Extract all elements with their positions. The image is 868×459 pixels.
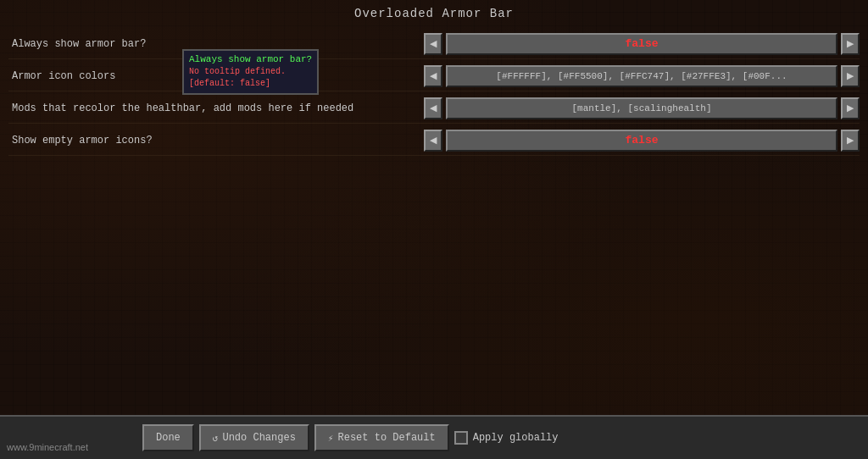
undo-icon: ↺ — [213, 433, 219, 444]
content-area: Always show armor bar? No tooltip define… — [0, 25, 868, 415]
undo-changes-button[interactable]: ↺ Undo Changes — [199, 424, 309, 451]
reset-to-default-button[interactable]: ⚡ Reset to Default — [314, 424, 449, 451]
apply-globally-container: Apply globally — [454, 431, 559, 445]
config-value-area-mods-recolor-healthbar: ◀ [mantle], [scalinghealth] ▶ — [424, 97, 860, 119]
bottom-bar: www.9minecraft.net Done ↺ Undo Changes ⚡… — [0, 415, 868, 459]
config-row-always-show-armor-bar: Always show armor bar? ◀ false ▶ — [8, 29, 860, 59]
apply-globally-label[interactable]: Apply globally — [473, 432, 559, 444]
tooltip-title: Always show armor bar? — [189, 54, 312, 64]
config-value-btn-always-show-armor-bar[interactable]: false — [446, 33, 837, 55]
tooltip-popup: Always show armor bar? No tooltip define… — [182, 49, 319, 95]
config-row-armor-icon-colors: Armor icon colors ◀ [#FFFFFF], [#FF5500]… — [8, 61, 860, 91]
right-arrow-always-show-armor-bar[interactable]: ▶ — [841, 33, 860, 55]
config-rows-container: Always show armor bar? ◀ false ▶ Armor i… — [8, 29, 860, 156]
right-arrow-show-empty-armor-icons[interactable]: ▶ — [841, 130, 860, 152]
config-value-btn-mods-recolor-healthbar[interactable]: [mantle], [scalinghealth] — [446, 97, 837, 119]
left-arrow-always-show-armor-bar[interactable]: ◀ — [424, 33, 442, 55]
apply-globally-checkbox[interactable] — [454, 431, 468, 445]
config-value-area-always-show-armor-bar: ◀ false ▶ — [424, 33, 860, 55]
config-row-mods-recolor-healthbar: Mods that recolor the healthbar, add mod… — [8, 93, 860, 124]
left-arrow-show-empty-armor-icons[interactable]: ◀ — [424, 130, 442, 152]
left-arrow-armor-icon-colors[interactable]: ◀ — [424, 65, 442, 87]
right-arrow-armor-icon-colors[interactable]: ▶ — [841, 65, 860, 87]
watermark: www.9minecraft.net — [7, 442, 88, 452]
config-value-btn-show-empty-armor-icons[interactable]: false — [446, 130, 837, 152]
done-button[interactable]: Done — [142, 424, 194, 451]
config-row-show-empty-armor-icons: Show empty armor icons? ◀ false ▶ — [8, 125, 860, 156]
page-title: Overloaded Armor Bar — [0, 0, 868, 25]
tooltip-body: No tooltip defined. [default: false] — [189, 66, 312, 90]
config-value-area-show-empty-armor-icons: ◀ false ▶ — [424, 130, 860, 152]
config-label-show-empty-armor-icons: Show empty armor icons? — [8, 135, 424, 147]
config-value-area-armor-icon-colors: ◀ [#FFFFFF], [#FF5500], [#FFC747], [#27F… — [424, 65, 860, 87]
config-value-btn-armor-icon-colors[interactable]: [#FFFFFF], [#FF5500], [#FFC747], [#27FFE… — [446, 65, 837, 87]
config-label-always-show-armor-bar: Always show armor bar? — [8, 38, 424, 50]
right-arrow-mods-recolor-healthbar[interactable]: ▶ — [841, 97, 860, 119]
screen: Overloaded Armor Bar Always show armor b… — [0, 0, 868, 459]
left-arrow-mods-recolor-healthbar[interactable]: ◀ — [424, 97, 442, 119]
title-text: Overloaded Armor Bar — [354, 7, 514, 20]
reset-icon: ⚡ — [328, 433, 334, 444]
config-label-mods-recolor-healthbar: Mods that recolor the healthbar, add mod… — [8, 102, 424, 114]
